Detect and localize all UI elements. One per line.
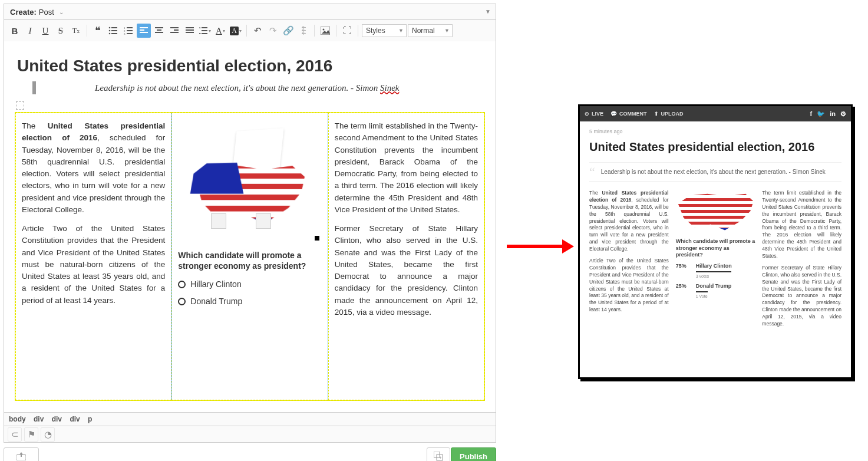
format-toolbar: B I U S Tx ❝ 123 ▾ A▾ A▾ ↶ ↷ [4, 20, 496, 41]
publish-button[interactable]: Publish [451, 447, 496, 461]
styles-select[interactable]: Styles▼ [362, 24, 407, 37]
vote-bar [696, 291, 708, 292]
separator [87, 25, 87, 37]
svg-rect-15 [155, 27, 163, 28]
poll-question[interactable]: Which candidate will promote a stronger … [178, 250, 321, 271]
clock-icon[interactable]: ◔ [41, 427, 55, 442]
chevron-down-icon: ⌄ [59, 9, 64, 15]
preview-title: United States presidential election, 201… [589, 140, 841, 154]
preview-quote: “ Leadership is not about the next elect… [589, 162, 841, 182]
path-item[interactable]: body [9, 415, 26, 423]
preview-vote-row: 75%Hillary Clinton [676, 262, 755, 270]
quote-text[interactable]: Leadership is not about the next electio… [95, 83, 399, 93]
italic-button[interactable]: I [23, 24, 37, 38]
image-button[interactable] [318, 24, 332, 38]
numbered-list-button[interactable]: 123 [121, 24, 136, 38]
separator [336, 25, 336, 37]
radio-icon[interactable] [178, 281, 186, 288]
block-quote[interactable]: Leadership is not about the next electio… [32, 81, 485, 94]
bold-button[interactable]: B [8, 24, 22, 38]
poll-option[interactable]: Hillary Clinton [178, 276, 321, 293]
gear-icon[interactable]: ⚙ [840, 110, 846, 118]
para[interactable]: The United States presidential election … [22, 120, 165, 216]
para[interactable]: Article Two of the United States Constit… [22, 223, 165, 307]
unlink-button[interactable]: ⹋ [296, 24, 311, 38]
redo-button[interactable]: ↷ [266, 24, 280, 38]
doc-title[interactable]: United States presidential election, 201… [17, 57, 485, 75]
vote-count: 3 votes [696, 274, 755, 279]
undo-button[interactable]: ↶ [250, 24, 265, 38]
column-left[interactable]: The United States presidential election … [15, 113, 171, 400]
svg-rect-14 [140, 32, 148, 33]
quote-accent [32, 81, 36, 94]
path-item[interactable]: p [88, 415, 92, 423]
ballot-image[interactable] [185, 130, 315, 236]
linkedin-icon[interactable]: in [830, 110, 836, 118]
element-path[interactable]: body div div div p [4, 413, 496, 426]
bg-color-button[interactable]: A▾ [229, 24, 243, 38]
flag-icon[interactable]: ⚑ [24, 427, 38, 442]
copy-button[interactable]: + [427, 447, 450, 461]
pv-col-left: The United States presidential election … [589, 190, 669, 332]
blockquote-button[interactable]: ❝ [91, 24, 105, 38]
underline-button[interactable]: U [38, 24, 52, 38]
strike-button[interactable]: S [54, 24, 68, 38]
ballot-slot [211, 213, 226, 229]
quote-icon: “ [589, 169, 595, 175]
svg-point-4 [109, 33, 111, 35]
link-button[interactable]: 🔗 [281, 24, 295, 38]
column-right[interactable]: The term limit established in the Twenty… [328, 113, 484, 400]
svg-rect-1 [111, 27, 117, 28]
usa-flag-canton [190, 161, 244, 194]
dollar-icon: ⊙ [585, 111, 589, 117]
footer-bar: + Publish [4, 447, 496, 461]
svg-rect-23 [186, 32, 194, 33]
upload-button[interactable] [4, 447, 39, 461]
vote-bar [696, 271, 731, 272]
path-item[interactable]: div [52, 415, 62, 423]
separator [358, 25, 358, 37]
text-color-button[interactable]: A▾ [213, 24, 227, 38]
create-value: Post [39, 8, 54, 17]
svg-rect-20 [170, 32, 179, 33]
svg-rect-26 [202, 33, 207, 34]
tag-icon[interactable]: ⊂ [8, 427, 22, 442]
clear-format-button[interactable]: Tx [69, 24, 83, 38]
resize-handle-icon[interactable] [315, 236, 319, 241]
paragraph-select[interactable]: Normal▼ [408, 24, 453, 37]
align-right-button[interactable] [167, 24, 181, 38]
svg-text:3: 3 [124, 32, 126, 35]
preview-ballot-image [676, 192, 755, 233]
editor-content[interactable]: United States presidential election, 201… [4, 41, 496, 413]
create-dropdown[interactable]: Create: Post ⌄ ▼ [4, 4, 496, 20]
preview-body: 5 minutes ago United States presidential… [580, 121, 851, 340]
align-center-button[interactable] [152, 24, 166, 38]
para[interactable]: Former Secretary of State Hillary Clinto… [335, 223, 478, 318]
pv-col-mid: Which candidate will promote a stronger … [676, 190, 755, 332]
three-column-layout: The United States presidential election … [15, 112, 485, 401]
bulleted-list-button[interactable] [106, 24, 120, 38]
svg-rect-18 [170, 27, 179, 28]
radio-icon[interactable] [178, 298, 186, 305]
svg-rect-12 [140, 27, 148, 28]
live-button[interactable]: ⊙LIVE [585, 111, 603, 117]
path-item[interactable]: div [34, 415, 44, 423]
collapse-icon[interactable]: ▼ [485, 8, 491, 15]
upload-button[interactable]: ⬆UPLOAD [654, 111, 684, 117]
fullscreen-button[interactable]: ⛶ [340, 24, 354, 38]
comment-button[interactable]: 💬COMMENT [610, 111, 647, 117]
comment-icon: 💬 [610, 111, 617, 117]
para[interactable]: The term limit established in the Twenty… [335, 120, 478, 216]
line-height-button[interactable]: ▾ [198, 24, 212, 38]
preview-columns: The United States presidential election … [589, 190, 841, 332]
align-left-button[interactable] [137, 24, 151, 38]
align-justify-button[interactable] [183, 24, 197, 38]
twitter-icon[interactable]: 🐦 [817, 110, 825, 118]
separator [314, 25, 315, 37]
column-middle[interactable]: Which candidate will promote a stronger … [171, 113, 328, 400]
poll-option[interactable]: Donald Trump [178, 293, 321, 310]
facebook-icon[interactable]: f [810, 110, 813, 118]
layout-anchor-icon[interactable] [16, 101, 24, 110]
path-item[interactable]: div [70, 415, 80, 423]
svg-rect-22 [186, 29, 194, 31]
